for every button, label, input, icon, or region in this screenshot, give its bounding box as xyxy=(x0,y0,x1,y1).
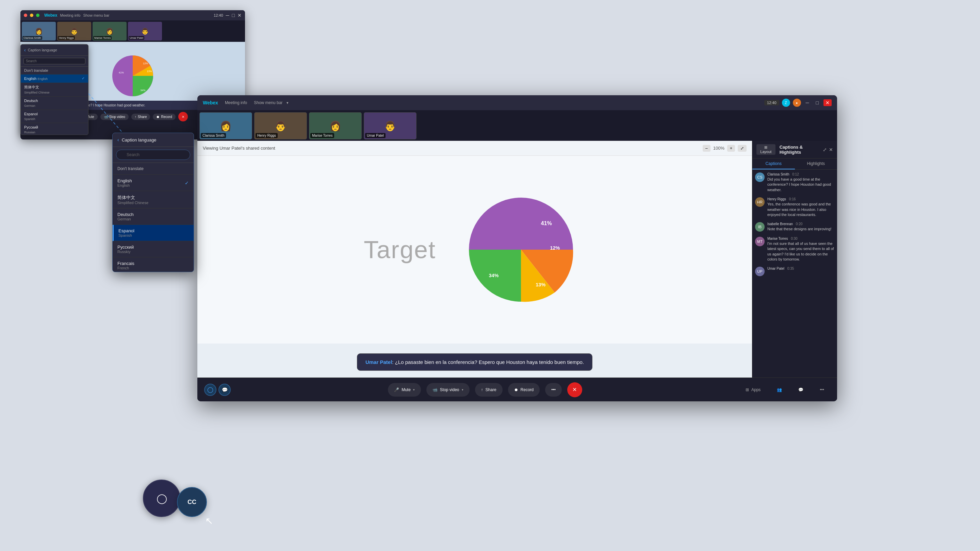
zoom-controls: – 100% + ⤢ xyxy=(703,145,746,152)
chat-time-2: 0:16 xyxy=(789,197,795,201)
large-lang-spanish[interactable]: Espanol Spanish xyxy=(113,225,194,241)
small-lang-russian[interactable]: Русский Russian xyxy=(21,123,88,135)
large-lang-german[interactable]: Deutsch German xyxy=(113,208,194,225)
small-win-max[interactable]: □ xyxy=(232,13,235,18)
end-call-btn[interactable]: ✕ xyxy=(567,382,582,397)
main-meeting-info[interactable]: Meeting info xyxy=(225,100,247,105)
small-record-btn[interactable]: ⏺ Record xyxy=(153,114,175,120)
mute-btn[interactable]: 🎤 Mute ▾ xyxy=(388,383,421,397)
video-caret: ▾ xyxy=(462,388,463,392)
small-search-input[interactable] xyxy=(24,58,86,64)
small-win-min[interactable]: ─ xyxy=(226,13,229,18)
cc-side-button[interactable]: CC ↖ xyxy=(177,487,207,517)
cap-header-small: ‹ Caption language xyxy=(21,44,88,56)
large-search-input[interactable] xyxy=(116,150,190,160)
small-thumb-1[interactable]: 👩 Clarissa Smith xyxy=(22,22,56,40)
small-lang-chinese[interactable]: 简体中文 Simplified Chinese xyxy=(21,83,88,97)
main-show-menu[interactable]: Show menu bar xyxy=(254,100,282,105)
main-min-btn[interactable]: ─ xyxy=(804,99,811,106)
main-titlebar: Webex Meeting info Show menu bar ▾ 12:40… xyxy=(197,95,837,110)
chart-title: Target xyxy=(364,236,436,264)
chat-msg-3: IB Isabelle Brennan 0:20 Note that these… xyxy=(755,222,834,232)
small-thumb-2[interactable]: 👨 Henry Riggs xyxy=(57,22,91,40)
cc-main-button[interactable]: ◯ xyxy=(143,480,180,517)
zoom-out-btn[interactable]: – xyxy=(703,145,711,152)
close-panel-btn[interactable]: ✕ xyxy=(829,147,833,152)
share-btn[interactable]: ↑ Share xyxy=(475,383,503,397)
main-toolbar: ◯ 💬 🎤 Mute ▾ 📹 Stop video ▾ ↑ Share ⏺ Re… xyxy=(197,378,837,401)
small-end-btn[interactable]: ✕ xyxy=(178,112,188,121)
main-webex-window: Webex Meeting info Show menu bar ▾ 12:40… xyxy=(197,95,837,401)
small-lang-english[interactable]: English English ✓ xyxy=(21,75,88,83)
mic-icon: 🎤 xyxy=(394,387,399,392)
chat-meta-2: Henry Riggs 0:16 xyxy=(767,197,834,201)
share-icon: ↑ xyxy=(481,387,483,392)
main-thumb-2[interactable]: 👨 Henry Riggs xyxy=(254,112,307,140)
people-btn[interactable]: 👥 xyxy=(771,383,788,397)
main-caption-bubble: Umar Patel: ¿Lo pasaste bien en la confe… xyxy=(357,353,592,371)
small-lang-list: Don't translate English English ✓ 简体中文 S… xyxy=(21,67,88,135)
zoom-in-btn[interactable]: + xyxy=(727,145,735,152)
expand-panel-btn[interactable]: ⤢ xyxy=(823,147,827,152)
small-back-btn[interactable]: ‹ xyxy=(24,47,26,53)
fullscreen-btn[interactable]: ⤢ xyxy=(738,145,746,152)
small-show-menu[interactable]: Show menu bar xyxy=(83,13,109,17)
main-thumb-1[interactable]: 👩 Clarissa Smith xyxy=(199,112,252,140)
large-lang-french[interactable]: Francais French xyxy=(113,257,194,272)
chat-text-1: Did you have a good time at the conferen… xyxy=(767,177,834,192)
small-lang-spanish[interactable]: Espanol Spanish xyxy=(21,110,88,123)
small-titlebar: Webex Meeting info Show menu bar 12:40 ─… xyxy=(21,10,245,21)
close-dot[interactable] xyxy=(24,14,27,17)
small-stop-video-btn[interactable]: 📹 Stop video xyxy=(100,114,129,120)
main-thumb-4[interactable]: 👨 Umar Patel xyxy=(364,112,417,140)
chat-list: CS Clarissa Smith 0:12 Did you have a go… xyxy=(752,170,837,378)
main-max-btn[interactable]: □ xyxy=(814,99,821,106)
chat-name-3: Isabelle Brennan xyxy=(767,222,793,226)
small-lang-german[interactable]: Deutsch German xyxy=(21,97,88,110)
main-status-badge: ● xyxy=(793,98,801,107)
apps-btn[interactable]: ⊞ Apps xyxy=(740,383,767,397)
main-close-btn[interactable]: ✕ xyxy=(824,99,832,106)
cap-search-large xyxy=(113,147,194,163)
stop-video-btn[interactable]: 📹 Stop video ▾ xyxy=(426,383,469,397)
small-cap-title: Caption language xyxy=(28,48,57,52)
cap-header-large: ‹ Caption language xyxy=(113,133,194,147)
chat-avatar-3: IB xyxy=(755,222,765,232)
small-pie-chart: 12% 13% 34% 41% xyxy=(102,50,163,102)
min-dot[interactable] xyxy=(30,14,33,17)
main-pie-chart: 12% 13% 34% 41% xyxy=(456,189,585,311)
large-lang-chinese[interactable]: 简体中文 Simplified Chinese xyxy=(113,191,194,208)
record-icon: ⏺ xyxy=(514,387,518,392)
small-share-btn[interactable]: ↑ Share xyxy=(131,114,150,120)
small-dont-translate[interactable]: Don't translate xyxy=(21,67,88,75)
tab-captions[interactable]: Captions xyxy=(752,159,795,169)
small-time: 12:40 xyxy=(214,13,223,17)
more-options-btn[interactable]: ••• xyxy=(814,383,830,397)
chat-side-btn[interactable]: 💬 xyxy=(792,383,810,397)
small-thumb-3[interactable]: 👩 Marise Torres xyxy=(92,22,127,40)
chat-name-1: Clarissa Smith xyxy=(767,172,789,176)
small-win-close[interactable]: ✕ xyxy=(237,13,242,18)
large-cap-title: Caption language xyxy=(122,137,156,143)
large-dont-translate[interactable]: Don't translate xyxy=(113,163,194,175)
small-app-name: Webex xyxy=(44,13,57,18)
max-dot[interactable] xyxy=(36,14,40,17)
content-area: Viewing Umar Patel's shared content – 10… xyxy=(197,141,752,378)
content-viewing-label: Viewing Umar Patel's shared content xyxy=(203,146,275,151)
svg-text:41%: 41% xyxy=(541,220,552,226)
large-lang-english[interactable]: English English ✓ xyxy=(113,175,194,191)
large-back-btn[interactable]: ‹ xyxy=(118,137,119,143)
small-meeting-info[interactable]: Meeting info xyxy=(60,13,80,17)
tab-highlights[interactable]: Highlights xyxy=(795,159,837,169)
chat-meta-4: Marise Torres 0:30 xyxy=(767,237,834,240)
thumb-label-4: Umar Patel xyxy=(129,36,144,40)
record-btn[interactable]: ⏺ Record xyxy=(508,383,540,397)
main-t-label-4: Umar Patel xyxy=(365,133,385,138)
small-thumb-4[interactable]: 👨 Umar Patel xyxy=(128,22,162,40)
main-thumb-3[interactable]: 👩 Marise Torres xyxy=(309,112,362,140)
chat-name-5: Umar Patel xyxy=(767,267,784,270)
more-btn[interactable]: ••• xyxy=(545,383,562,397)
caption-text: ¿Lo pasaste bien en la conferencia? Espe… xyxy=(395,359,584,365)
layout-btn[interactable]: ⊞ Layout xyxy=(756,144,775,155)
large-lang-russian[interactable]: Русский Russkiy xyxy=(113,241,194,257)
